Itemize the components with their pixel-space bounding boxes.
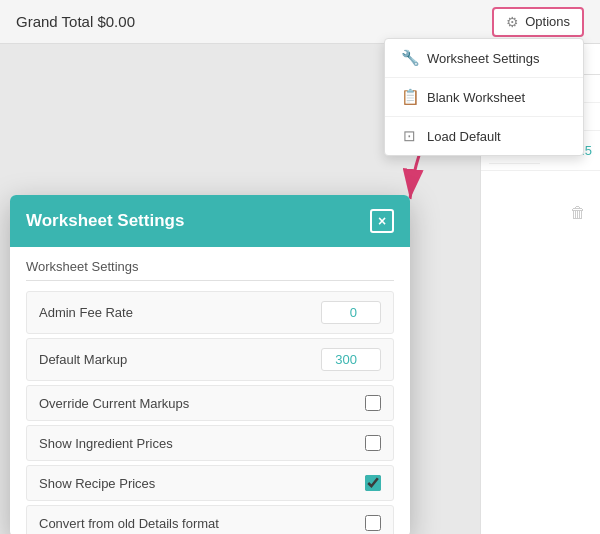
convert-old-details-checkbox[interactable] xyxy=(365,515,381,531)
dropdown-item-label: Load Default xyxy=(427,129,501,144)
options-button-label: Options xyxy=(525,14,570,29)
modal-header: Worksheet Settings × xyxy=(10,195,410,247)
setting-row-override-markups: Override Current Markups xyxy=(26,385,394,421)
admin-fee-rate-label: Admin Fee Rate xyxy=(39,305,133,320)
worksheet-settings-modal: Worksheet Settings × Worksheet Settings … xyxy=(10,195,410,534)
default-markup-input[interactable] xyxy=(321,348,381,371)
setting-row-admin-fee-rate: Admin Fee Rate xyxy=(26,291,394,334)
show-ingredient-prices-checkbox[interactable] xyxy=(365,435,381,451)
show-recipe-prices-label: Show Recipe Prices xyxy=(39,476,155,491)
trash-icon-2[interactable]: 🗑 xyxy=(570,204,586,222)
convert-old-details-label: Convert from old Details format xyxy=(39,516,219,531)
setting-row-show-recipe-prices: Show Recipe Prices xyxy=(26,465,394,501)
override-markups-checkbox[interactable] xyxy=(365,395,381,411)
dropdown-item-label: Worksheet Settings xyxy=(427,51,539,66)
options-button[interactable]: ⚙ Options xyxy=(492,7,584,37)
dropdown-menu: 🔧 Worksheet Settings 📋 Blank Worksheet ⊡… xyxy=(384,38,584,156)
show-recipe-prices-checkbox[interactable] xyxy=(365,475,381,491)
document-icon: 📋 xyxy=(401,88,417,106)
override-markups-label: Override Current Markups xyxy=(39,396,189,411)
gear-icon: ⚙ xyxy=(506,14,519,30)
show-ingredient-prices-label: Show Ingredient Prices xyxy=(39,436,173,451)
admin-fee-rate-input[interactable] xyxy=(321,301,381,324)
dropdown-item-blank-worksheet[interactable]: 📋 Blank Worksheet xyxy=(385,78,583,117)
dropdown-item-label: Blank Worksheet xyxy=(427,90,525,105)
wrench-icon: 🔧 xyxy=(401,49,417,67)
setting-row-convert-old-details: Convert from old Details format xyxy=(26,505,394,534)
modal-title: Worksheet Settings xyxy=(26,211,184,231)
modal-close-button[interactable]: × xyxy=(370,209,394,233)
modal-body: Worksheet Settings Admin Fee Rate Defaul… xyxy=(10,247,410,534)
dropdown-item-worksheet-settings[interactable]: 🔧 Worksheet Settings xyxy=(385,39,583,78)
setting-row-show-ingredient-prices: Show Ingredient Prices xyxy=(26,425,394,461)
default-markup-label: Default Markup xyxy=(39,352,127,367)
modal-section-title: Worksheet Settings xyxy=(26,259,394,281)
dropdown-item-load-default[interactable]: ⊡ Load Default xyxy=(385,117,583,155)
load-icon: ⊡ xyxy=(401,127,417,145)
setting-row-default-markup: Default Markup xyxy=(26,338,394,381)
grand-total: Grand Total $0.00 xyxy=(16,13,135,30)
